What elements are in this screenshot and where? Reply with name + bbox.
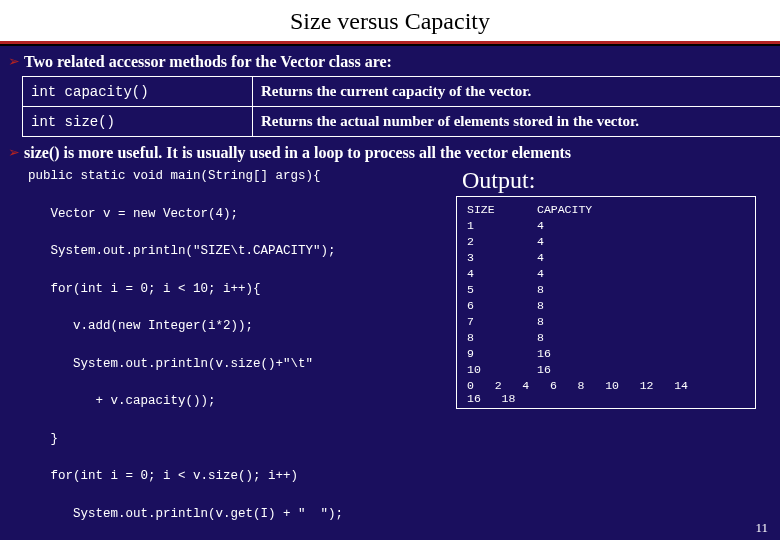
bullet-1-text: Two related accessor methods for the Vec… <box>24 52 392 72</box>
slide-title: Size versus Capacity <box>0 0 780 41</box>
method-description: Returns the current capacity of the vect… <box>253 77 781 107</box>
chevron-right-icon: ➢ <box>8 52 20 72</box>
output-row: 44 <box>467 265 745 281</box>
output-box: SIZE CAPACITY 14 24 34 44 58 68 78 88 91… <box>456 196 756 409</box>
output-header-size: SIZE <box>467 201 537 217</box>
output-header: SIZE CAPACITY <box>467 201 745 217</box>
output-label: Output: <box>456 167 756 194</box>
table-row: int capacity() Returns the current capac… <box>23 77 781 107</box>
method-signature: int capacity() <box>23 77 253 107</box>
bullet-2-text: size() is more useful. It is usually use… <box>24 143 571 163</box>
output-header-capacity: CAPACITY <box>537 201 745 217</box>
output-last-row: 0 2 4 6 8 10 12 14 16 18 <box>467 377 745 406</box>
method-signature: int size() <box>23 107 253 137</box>
methods-table: int capacity() Returns the current capac… <box>22 76 780 137</box>
page-number: 11 <box>755 520 768 536</box>
output-row: 78 <box>467 313 745 329</box>
chevron-right-icon: ➢ <box>8 143 20 163</box>
code-listing: public static void main(String[] args){ … <box>8 167 448 540</box>
output-row: 88 <box>467 329 745 345</box>
bullet-2: ➢ size() is more useful. It is usually u… <box>8 143 772 163</box>
output-row: 1016 <box>467 361 745 377</box>
output-row: 58 <box>467 281 745 297</box>
output-row: 14 <box>467 217 745 233</box>
output-row: 68 <box>467 297 745 313</box>
output-row: 916 <box>467 345 745 361</box>
method-description: Returns the actual number of elements st… <box>253 107 781 137</box>
table-row: int size() Returns the actual number of … <box>23 107 781 137</box>
output-row: 24 <box>467 233 745 249</box>
output-row: 34 <box>467 249 745 265</box>
bullet-1: ➢ Two related accessor methods for the V… <box>8 52 772 72</box>
